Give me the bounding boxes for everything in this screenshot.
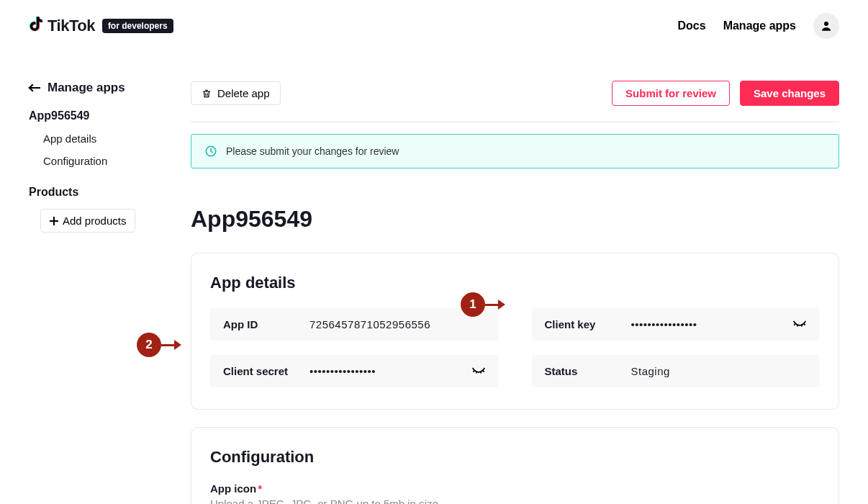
client-key-value: •••••••••••••••• [631,318,697,330]
app-details-card: App details App ID 7256457871052956556 C… [191,253,839,410]
for-developers-badge: for developers [102,19,173,33]
sidebar-item-configuration[interactable]: Configuration [29,155,162,167]
add-products-button[interactable]: Add products [40,209,135,233]
client-key-label: Client key [545,318,631,330]
eye-closed-icon [471,366,486,377]
annotation-marker-2: 2 [137,333,181,357]
back-manage-apps[interactable]: Manage apps [29,81,162,95]
back-label: Manage apps [48,81,125,95]
brand-text: TikTok [48,17,95,35]
delete-app-label: Delete app [217,87,270,99]
nav-manage-apps[interactable]: Manage apps [723,19,796,32]
review-notice: Please submit your changes for review [191,134,839,168]
configuration-title: Configuration [210,448,820,467]
app-details-title: App details [210,274,820,292]
required-asterisk: * [258,482,262,495]
client-secret-cell: Client secret •••••••••••••••• [210,355,499,387]
app-icon-label-text: App icon [210,482,256,495]
person-icon [820,19,833,32]
annotation-marker-1: 1 [461,292,505,317]
header: TikTok for developers Docs Manage apps [0,0,868,52]
arrow-left-icon [29,87,40,89]
app-icon-hint: Upload a JPEG, JPG, or PNG up to 5mb in … [210,498,820,504]
save-changes-button[interactable]: Save changes [740,81,839,106]
reveal-client-key-button[interactable] [792,320,807,330]
delete-app-button[interactable]: Delete app [191,81,281,105]
avatar[interactable] [813,13,839,39]
main: Delete app Submit for review Save change… [162,52,868,504]
notice-text: Please submit your changes for review [226,145,399,157]
divider [191,122,839,122]
clock-icon [204,145,217,158]
status-label: Status [545,365,631,377]
app-id-value: 7256457871052956556 [309,318,430,330]
plus-icon [50,217,58,225]
nav-docs[interactable]: Docs [678,19,706,32]
reveal-client-secret-button[interactable] [471,366,486,377]
client-secret-value: •••••••••••••••• [309,365,376,377]
tiktok-note-icon [29,17,43,35]
sidebar-app-name[interactable]: App956549 [29,109,162,122]
status-cell: Status Staging [532,355,820,387]
marker-2-circle: 2 [137,333,161,357]
eye-closed-icon [792,320,807,330]
page-title: App956549 [191,206,839,233]
top-actions: Delete app Submit for review Save change… [191,81,839,106]
app-id-cell: App ID 7256457871052956556 [210,308,499,341]
submit-for-review-button[interactable]: Submit for review [612,81,730,106]
logo[interactable]: TikTok for developers [29,17,173,35]
sidebar-item-app-details[interactable]: App details [29,132,162,145]
app-icon-label: App icon* [210,482,820,495]
status-value: Staging [631,365,670,377]
marker-1-circle: 1 [461,292,485,317]
client-key-cell: Client key •••••••••••••••• [532,308,820,341]
add-products-label: Add products [63,215,126,227]
configuration-card: Configuration App icon* Upload a JPEG, J… [191,427,839,504]
client-secret-label: Client secret [223,365,309,377]
svg-point-0 [824,22,828,26]
sidebar-products-heading: Products [29,186,162,199]
sidebar: Manage apps App956549 App details Config… [0,52,162,504]
app-id-label: App ID [223,318,309,330]
trash-icon [202,89,212,99]
